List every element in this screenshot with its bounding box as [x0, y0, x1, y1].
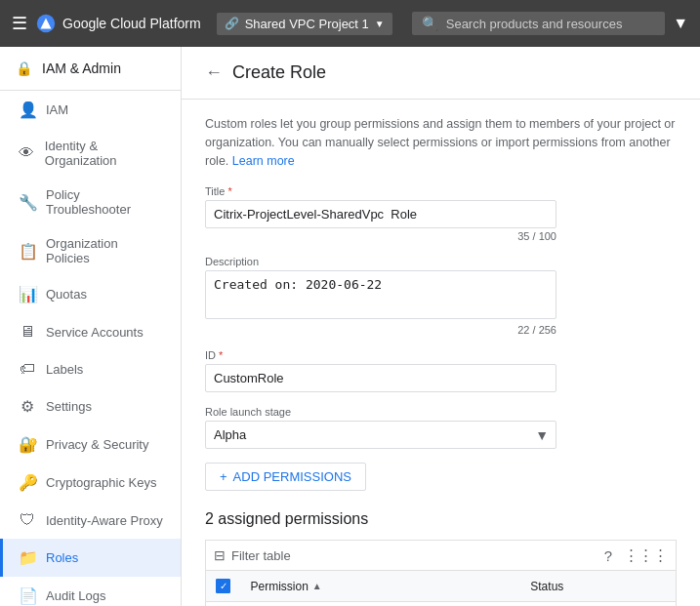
back-button[interactable]: ← [205, 62, 223, 83]
description-textarea[interactable]: Created on: 2020-06-22 [205, 270, 556, 319]
layout: 🔒 IAM & Admin 👤 IAM 👁 Identity & Organiz… [0, 47, 700, 606]
sidebar-header-icon: 🔒 [16, 61, 32, 76]
permission-cell: compute.firewalls.list [241, 602, 521, 606]
proxy-icon: 🛡 [19, 511, 36, 529]
table-toolbar-actions: ? ⋮⋮⋮ [604, 546, 668, 564]
status-cell: Supported [520, 602, 676, 606]
app-name: Google Cloud Platform [62, 16, 201, 31]
topbar: ☰ Google Cloud Platform 🔗 Shared VPC Pro… [0, 0, 700, 47]
sidebar-item-label: Settings [46, 399, 92, 414]
sidebar-item-roles[interactable]: 📁 Roles [0, 539, 181, 577]
sidebar-item-privacy-security[interactable]: 🔐 Privacy & Security [0, 425, 181, 464]
identity-icon: 👁 [19, 144, 35, 162]
assigned-permissions-section: 2 assigned permissions ⊟ Filter table ? … [205, 510, 677, 606]
search-icon: 🔍 [422, 16, 438, 31]
search-input[interactable] [446, 17, 655, 31]
sidebar-header-title: IAM & Admin [42, 61, 121, 76]
sidebar-item-service-accounts[interactable]: 🖥 Service Accounts [0, 313, 181, 350]
sidebar-item-label: Audit Logs [46, 588, 105, 603]
launch-stage-field-group: Role launch stage Alpha Beta General Ava… [205, 406, 677, 449]
audit-icon: 📄 [19, 586, 36, 605]
project-name: Shared VPC Project 1 [245, 17, 369, 31]
help-icon[interactable]: ? [604, 547, 612, 564]
search-bar[interactable]: 🔍 [412, 12, 665, 35]
main-content: ← Create Role Custom roles let you group… [182, 47, 700, 606]
app-logo: Google Cloud Platform [35, 13, 201, 34]
page-title: Create Role [232, 62, 326, 83]
description-text: Custom roles let you group permissions a… [205, 115, 677, 170]
title-label: Title * [205, 185, 677, 197]
learn-more-link[interactable]: Learn more [232, 154, 295, 168]
launch-stage-select-wrapper: Alpha Beta General Availability Disabled… [205, 421, 556, 449]
sidebar-item-label: Cryptographic Keys [46, 475, 156, 490]
status-column-header: Status [520, 571, 676, 602]
sidebar-item-label: Identity-Aware Proxy [46, 513, 163, 528]
permissions-table: ✓ Permission ▲ Status [205, 570, 677, 606]
id-required: * [219, 349, 223, 361]
settings-icon: ⚙ [19, 397, 36, 416]
sidebar-item-label: Service Accounts [46, 325, 144, 340]
sidebar-item-label: Policy Troubleshooter [46, 187, 165, 217]
sidebar-item-label: Roles [46, 550, 78, 565]
labels-icon: 🏷 [19, 360, 36, 378]
checkmark-icon: ✓ [220, 581, 227, 591]
sidebar-item-org-policies[interactable]: 📋 Organization Policies [0, 226, 181, 275]
sidebar-item-cryptographic-keys[interactable]: 🔑 Cryptographic Keys [0, 464, 181, 502]
sidebar-item-label: Quotas [46, 287, 87, 302]
id-field-group: ID * [205, 349, 677, 392]
title-required: * [227, 185, 231, 197]
content-area: Custom roles let you group permissions a… [182, 100, 700, 606]
iam-icon: 👤 [19, 101, 36, 119]
title-input[interactable] [205, 200, 556, 228]
id-label: ID * [205, 349, 677, 361]
add-permissions-button[interactable]: + ADD PERMISSIONS [205, 463, 366, 491]
title-char-count: 35 / 100 [205, 230, 556, 242]
description-label: Description [205, 256, 677, 267]
title-field-group: Title * 35 / 100 [205, 185, 677, 242]
page-header: ← Create Role [182, 47, 700, 100]
add-permissions-label: ADD PERMISSIONS [233, 469, 351, 484]
columns-icon[interactable]: ⋮⋮⋮ [624, 546, 668, 564]
topbar-right: ▼ [673, 15, 688, 32]
menu-icon[interactable]: ☰ [12, 13, 27, 34]
sidebar-item-settings[interactable]: ⚙ Settings [0, 387, 181, 425]
sidebar-header: 🔒 IAM & Admin [0, 47, 181, 91]
sidebar: 🔒 IAM & Admin 👤 IAM 👁 Identity & Organiz… [0, 47, 182, 606]
sidebar-item-label: Organization Policies [46, 236, 165, 265]
add-icon: + [220, 469, 227, 484]
roles-icon: 📁 [19, 548, 36, 567]
crypto-icon: 🔑 [19, 473, 36, 492]
filter-icon: ⊟ [214, 547, 226, 563]
assigned-title: 2 assigned permissions [205, 510, 677, 528]
gcp-logo-icon [35, 13, 57, 34]
sidebar-item-identity-aware-proxy[interactable]: 🛡 Identity-Aware Proxy [0, 502, 181, 539]
row-checkbox-cell: ✓ [206, 602, 241, 606]
permission-column-header: Permission ▲ [241, 571, 521, 602]
sidebar-item-quotas[interactable]: 📊 Quotas [0, 275, 181, 313]
launch-stage-label: Role launch stage [205, 406, 677, 418]
project-selector[interactable]: 🔗 Shared VPC Project 1 ▼ [217, 13, 392, 35]
policy-icon: 🔧 [19, 193, 36, 212]
privacy-icon: 🔐 [19, 435, 36, 454]
filter-table-label: Filter table [231, 548, 604, 563]
sidebar-item-label: Labels [46, 362, 83, 377]
sidebar-item-identity-org[interactable]: 👁 Identity & Organization [0, 129, 181, 178]
project-dropdown-icon: ▼ [375, 19, 385, 29]
sidebar-item-policy-troubleshooter[interactable]: 🔧 Policy Troubleshooter [0, 178, 181, 226]
quotas-icon: 📊 [19, 285, 36, 303]
table-toolbar: ⊟ Filter table ? ⋮⋮⋮ [205, 540, 677, 570]
sidebar-item-label: Identity & Organization [45, 139, 165, 168]
sidebar-item-audit-logs[interactable]: 📄 Audit Logs [0, 577, 181, 606]
header-checkbox-cell: ✓ [206, 571, 241, 602]
sidebar-item-labels[interactable]: 🏷 Labels [0, 350, 181, 387]
launch-stage-select[interactable]: Alpha Beta General Availability Disabled [205, 421, 556, 449]
sidebar-item-iam[interactable]: 👤 IAM [0, 91, 181, 129]
select-all-checkbox[interactable]: ✓ [216, 579, 230, 593]
org-icon: 📋 [19, 242, 36, 261]
table-row: ✓ compute.firewalls.list Supported [206, 602, 677, 606]
id-input[interactable] [205, 364, 556, 392]
topbar-dropdown-icon[interactable]: ▼ [673, 15, 688, 32]
service-icon: 🖥 [19, 323, 36, 341]
sort-arrow-icon: ▲ [312, 581, 322, 591]
sidebar-item-label: Privacy & Security [46, 437, 148, 452]
